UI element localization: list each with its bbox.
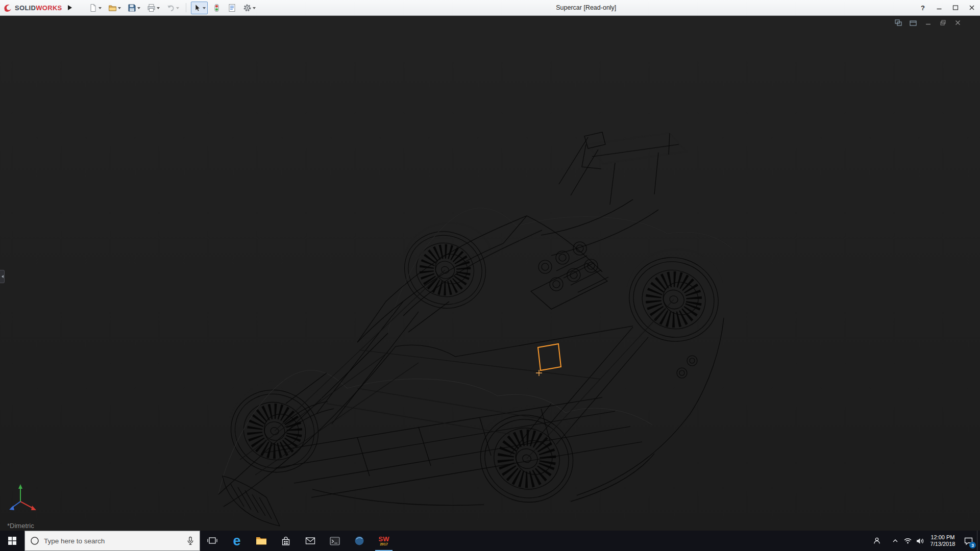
network-button[interactable] [901, 531, 914, 551]
doc-restore-button[interactable] [939, 19, 947, 27]
document-window-controls [894, 19, 962, 27]
taskbar-search[interactable] [24, 531, 200, 551]
titlebar: SOLIDWORKS [0, 0, 980, 16]
file-explorer-icon [256, 536, 267, 545]
file-properties-button[interactable] [226, 2, 238, 14]
undo-arrow-icon [166, 4, 175, 12]
graphics-viewport[interactable]: *Dimetric [0, 16, 980, 531]
store-button[interactable] [274, 531, 298, 551]
doc-tile-button[interactable] [894, 19, 902, 27]
mail-button[interactable] [298, 531, 323, 551]
chevron-up-icon [892, 537, 899, 544]
open-dropdown-icon[interactable] [118, 7, 121, 11]
doc-minimize-button[interactable] [924, 19, 932, 27]
solidworks-brand-text: SOLIDWORKS [15, 4, 62, 12]
print-dropdown-icon[interactable] [157, 7, 160, 11]
close-icon [969, 5, 975, 11]
save-dropdown-icon[interactable] [137, 7, 140, 11]
blue-sphere-app-button[interactable] [347, 531, 372, 551]
notification-count-badge: 3 [969, 542, 976, 548]
rebuild-stoplight-icon [212, 4, 221, 12]
print-icon [147, 4, 156, 12]
search-input[interactable] [44, 537, 182, 545]
rebuild-button[interactable] [210, 2, 223, 14]
task-view-button[interactable] [200, 531, 225, 551]
volume-button[interactable] [914, 531, 926, 551]
microphone-icon[interactable] [186, 536, 194, 545]
expand-panel-arrow-icon [0, 275, 4, 278]
task-view-icon [207, 536, 217, 545]
windows-start-icon [8, 537, 16, 545]
system-tray: 12:00 PM 7/13/2018 3 [871, 531, 980, 551]
selection-highlight-box [536, 344, 561, 376]
undo-dropdown-icon[interactable] [176, 7, 179, 11]
doc-restore-icon [940, 19, 946, 26]
file-properties-icon [228, 4, 236, 12]
car-wireframe-geometry [218, 132, 732, 526]
clock-date: 7/13/2018 [928, 541, 957, 547]
wireframe-car-drawing [0, 16, 980, 531]
tile-windows-icon [895, 19, 902, 26]
save-floppy-icon [128, 4, 136, 12]
speaker-icon [916, 537, 924, 545]
show-desktop-button[interactable] [977, 531, 980, 551]
select-cursor-icon [193, 4, 202, 12]
mail-envelope-icon [305, 537, 315, 545]
action-center-button[interactable]: 3 [960, 531, 977, 551]
minimize-button[interactable] [931, 0, 947, 16]
select-button[interactable] [191, 2, 208, 14]
new-document-button[interactable] [87, 2, 104, 14]
hidden-icons-button[interactable] [889, 531, 901, 551]
window-controls: ? [915, 0, 980, 16]
open-folder-icon [108, 4, 117, 12]
edge-button[interactable]: e [225, 531, 249, 551]
store-bag-icon [281, 536, 290, 546]
maximize-icon [952, 5, 959, 11]
doc-close-button[interactable] [953, 19, 962, 27]
print-button[interactable] [145, 2, 162, 14]
people-icon [873, 537, 881, 545]
terminal-app-button[interactable] [323, 531, 347, 551]
select-dropdown-icon[interactable] [203, 7, 206, 11]
solidworks-logo: SOLIDWORKS [3, 3, 62, 13]
open-button[interactable] [106, 2, 123, 14]
new-document-icon [89, 4, 97, 12]
orientation-triad-icon [9, 484, 36, 510]
windows-taskbar: e SW 2017 [0, 531, 980, 551]
cascade-windows-icon [910, 19, 917, 26]
people-button[interactable] [871, 531, 883, 551]
file-explorer-button[interactable] [249, 531, 274, 551]
edge-icon: e [233, 535, 240, 547]
options-gear-icon [243, 4, 252, 12]
new-document-dropdown-icon[interactable] [99, 7, 102, 11]
terminal-window-icon [330, 537, 340, 545]
options-dropdown-icon[interactable] [253, 7, 256, 11]
maximize-button[interactable] [947, 0, 964, 16]
undo-button[interactable] [164, 2, 181, 14]
save-button[interactable] [126, 2, 142, 14]
doc-close-icon [954, 19, 961, 26]
main-toolbar [87, 2, 258, 14]
wifi-icon [903, 537, 912, 544]
minimize-icon [936, 5, 942, 11]
solidworks-2017-icon: SW 2017 [376, 533, 391, 548]
start-button[interactable] [0, 531, 24, 551]
options-button[interactable] [241, 2, 258, 14]
solidworks-app-button[interactable]: SW 2017 [372, 531, 396, 551]
solidworks-ds-logo-icon [3, 3, 13, 13]
doc-cascade-button[interactable] [909, 19, 917, 27]
doc-minimize-icon [925, 19, 932, 26]
view-orientation-label: *Dimetric [7, 522, 34, 530]
blue-sphere-icon [354, 536, 364, 546]
cortana-circle-icon [30, 536, 39, 545]
toolbar-flyout-arrow-icon[interactable] [67, 3, 76, 13]
featuremanager-collapsed-tab[interactable] [0, 270, 5, 283]
taskbar-clock[interactable]: 12:00 PM 7/13/2018 [926, 534, 960, 547]
help-button[interactable]: ? [915, 0, 931, 16]
toolbar-separator [186, 3, 186, 12]
window-title: Supercar [Read-only] [258, 4, 915, 11]
close-button[interactable] [964, 0, 980, 16]
clock-time: 12:00 PM [928, 534, 957, 541]
